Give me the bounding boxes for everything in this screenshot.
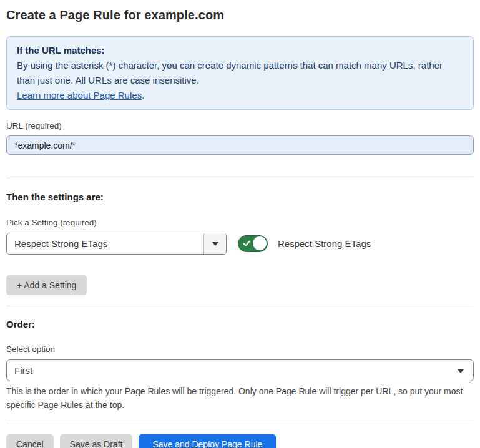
footer-actions: Cancel Save as Draft Save and Deploy Pag… [6, 434, 474, 448]
setting-row: Respect Strong ETags Respect Strong ETag… [6, 233, 474, 255]
save-draft-button[interactable]: Save as Draft [60, 434, 133, 448]
order-heading: Order: [6, 319, 474, 330]
settings-heading: Then the settings are: [6, 192, 474, 203]
learn-more-link[interactable]: Learn more about Page Rules [17, 90, 142, 100]
chevron-down-icon [212, 242, 218, 246]
toggle-knob [253, 236, 267, 250]
link-period: . [142, 90, 144, 100]
page-title: Create a Page Rule for example.com [6, 7, 474, 22]
info-box-heading: If the URL matches: [17, 43, 463, 58]
divider [6, 178, 474, 178]
chevron-down-icon [458, 369, 464, 373]
pick-setting-label: Pick a Setting (required) [6, 218, 474, 228]
setting-select[interactable]: Respect Strong ETags [6, 233, 227, 255]
order-select-value: First [14, 365, 32, 376]
check-icon [242, 239, 251, 250]
add-setting-button[interactable]: + Add a Setting [6, 275, 87, 295]
order-help-text: This is the order in which your Page Rul… [6, 384, 471, 412]
setting-select-value: Respect Strong ETags [7, 233, 203, 254]
info-box-body: By using the asterisk (*) character, you… [17, 58, 463, 88]
url-match-info-box: If the URL matches: By using the asteris… [6, 36, 474, 110]
setting-select-dropdown-button[interactable] [203, 233, 226, 254]
save-deploy-button[interactable]: Save and Deploy Page Rule [139, 434, 276, 448]
order-select-label: Select option [6, 344, 474, 354]
divider [6, 306, 474, 306]
url-label: URL (required) [6, 121, 474, 131]
info-box-link-line: Learn more about Page Rules. [17, 88, 463, 103]
etags-toggle[interactable] [238, 235, 268, 252]
cancel-button[interactable]: Cancel [6, 434, 54, 448]
create-page-rule-page: Create a Page Rule for example.com If th… [0, 0, 480, 448]
url-input[interactable] [6, 135, 474, 155]
toggle-label: Respect Strong ETags [278, 238, 371, 249]
divider [6, 424, 474, 424]
order-select[interactable]: First [6, 359, 474, 381]
